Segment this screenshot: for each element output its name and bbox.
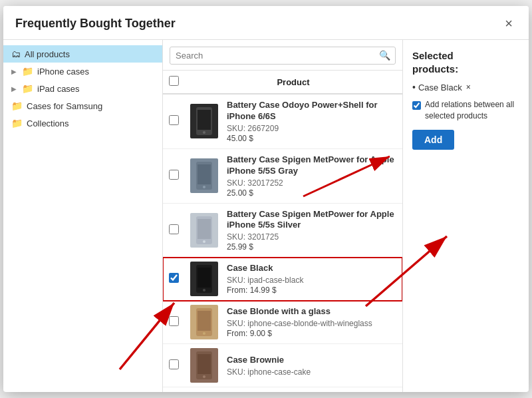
svg-rect-1: [198, 110, 211, 130]
sidebar-item-label: Cases for Samsung: [27, 101, 102, 111]
sidebar-item-label: iPad cases: [37, 84, 80, 94]
sidebar-item-label: Collections: [27, 118, 69, 128]
modal: Frequently Bought Together × 🗂 All produ…: [3, 6, 529, 392]
folder-icon: 📁: [22, 83, 33, 94]
add-button[interactable]: Add: [412, 130, 454, 150]
modal-overlay: Frequently Bought Together × 🗂 All produ…: [0, 0, 532, 398]
sidebar-item-cases-for-samsung[interactable]: 📁 Cases for Samsung: [3, 97, 162, 114]
product-info-cell: Battery Case Spigen MetPower for Apple i…: [224, 203, 402, 258]
product-price: From: 9.00 $: [227, 329, 397, 338]
sidebar-item-label: iPhone cases: [37, 67, 89, 77]
row-checkbox-cell[interactable]: [163, 94, 184, 148]
product-info-cell: Case Black SKU: ipad-case-black From: 14…: [224, 258, 402, 301]
row-checkbox[interactable]: [169, 115, 179, 125]
select-all-checkbox[interactable]: [169, 76, 179, 86]
row-checkbox[interactable]: [169, 273, 179, 283]
sidebar-item-all-products[interactable]: 🗂 All products: [3, 45, 162, 63]
table-row: Case Brownie SKU: iphone-case-cake: [163, 344, 402, 387]
table-row: Case Black SKU: ipad-case-black From: 14…: [163, 258, 402, 301]
product-image-cell: [184, 203, 224, 258]
product-sku: SKU: iphone-case-cake: [227, 367, 397, 377]
right-panel: Selectedproducts: • Case Black × Add rel…: [402, 40, 529, 392]
product-price: From: 14.99 $: [227, 286, 397, 295]
product-image-cell: [184, 301, 224, 344]
product-info-cell: Case Blonde with a glass SKU: iphone-cas…: [224, 301, 402, 344]
svg-rect-16: [198, 354, 211, 374]
svg-rect-4: [198, 164, 211, 184]
product-list: Battery Case Odoyo Power+Shell for iPhon…: [163, 94, 402, 387]
selected-products-title: Selectedproducts:: [412, 49, 519, 75]
modal-body: 🗂 All products ▶ 📁 iPhone cases ▶ 📁 iPad…: [3, 40, 529, 392]
product-column-header: Product: [184, 71, 402, 94]
product-image-cell: [184, 148, 224, 203]
product-name: Case Brownie: [227, 355, 397, 366]
row-checkbox[interactable]: [169, 359, 179, 369]
search-input[interactable]: [170, 47, 396, 65]
sidebar-item-collections[interactable]: 📁 Collections: [3, 114, 162, 132]
folder-icon: 📁: [22, 66, 33, 77]
svg-point-14: [203, 332, 205, 335]
table-row: Battery Case Odoyo Power+Shell for iPhon…: [163, 94, 402, 148]
sidebar-item-ipad-cases[interactable]: ▶ 📁 iPad cases: [3, 80, 162, 97]
products-table: Product: [163, 71, 402, 387]
product-sku: SKU: ipad-case-black: [227, 276, 397, 285]
sidebar-item-iphone-cases[interactable]: ▶ 📁 iPhone cases: [3, 63, 162, 80]
search-bar: 🔍: [163, 40, 402, 71]
product-name: Battery Case Spigen MetPower for Apple i…: [227, 154, 397, 177]
svg-rect-7: [198, 219, 211, 239]
folder-icon: 🗂: [11, 49, 21, 59]
sidebar-item-label: All products: [25, 49, 70, 59]
expand-icon: ▶: [11, 85, 17, 93]
row-checkbox-cell[interactable]: [163, 301, 184, 344]
folder-icon: 📁: [11, 100, 23, 111]
row-checkbox[interactable]: [169, 316, 179, 326]
product-image: [190, 104, 218, 138]
product-name: Battery Case Spigen MetPower for Apple i…: [227, 209, 397, 232]
row-checkbox-cell[interactable]: [163, 148, 184, 203]
table-row: Battery Case Spigen MetPower for Apple i…: [163, 148, 402, 203]
product-image-cell: [184, 258, 224, 301]
add-relations-label: Add relations between all selected produ…: [425, 99, 519, 122]
select-all-header: [163, 71, 184, 94]
close-button[interactable]: ×: [501, 15, 517, 31]
product-name: Case Black: [227, 263, 397, 274]
table-row: Battery Case Spigen MetPower for Apple i…: [163, 203, 402, 258]
svg-point-17: [203, 375, 205, 378]
product-name: Case Blonde with a glass: [227, 306, 397, 317]
bullet-icon: •: [412, 82, 416, 93]
modal-header: Frequently Bought Together ×: [3, 6, 529, 40]
product-info-cell: Battery Case Spigen MetPower for Apple i…: [224, 148, 402, 203]
remove-selected-button[interactable]: ×: [466, 83, 471, 92]
svg-point-8: [203, 240, 205, 243]
row-checkbox-cell[interactable]: [163, 344, 184, 387]
row-checkbox-cell[interactable]: [163, 258, 184, 301]
svg-point-2: [203, 131, 205, 134]
product-sku: SKU: 3201725: [227, 232, 397, 242]
modal-title: Frequently Bought Together: [15, 17, 176, 31]
selected-product-name: Case Black: [418, 83, 462, 93]
product-image: [190, 348, 218, 383]
search-icon: 🔍: [379, 50, 390, 61]
row-checkbox-cell[interactable]: [163, 203, 184, 258]
main-content: 🔍 Product: [163, 40, 402, 392]
add-relations-checkbox[interactable]: [412, 100, 421, 110]
product-price: 25.00 $: [227, 188, 397, 198]
product-image: [190, 213, 218, 248]
svg-point-11: [203, 289, 205, 292]
sidebar: 🗂 All products ▶ 📁 iPhone cases ▶ 📁 iPad…: [3, 40, 163, 392]
product-info-cell: Battery Case Odoyo Power+Shell for iPhon…: [224, 94, 402, 148]
svg-rect-13: [198, 311, 211, 331]
product-sku: SKU: 2667209: [227, 124, 397, 133]
product-table: Product: [163, 71, 402, 392]
row-checkbox[interactable]: [169, 170, 179, 180]
product-image-cell: [184, 94, 224, 148]
folder-icon: 📁: [11, 118, 23, 128]
product-info-cell: Case Brownie SKU: iphone-case-cake: [224, 344, 402, 387]
product-name: Battery Case Odoyo Power+Shell for iPhon…: [227, 100, 397, 122]
table-row: Case Blonde with a glass SKU: iphone-cas…: [163, 301, 402, 344]
row-checkbox[interactable]: [169, 224, 179, 234]
selected-product-item: • Case Black ×: [412, 82, 519, 93]
product-sku: SKU: 32017252: [227, 178, 397, 188]
svg-point-5: [203, 186, 205, 188]
product-image: [190, 158, 218, 193]
